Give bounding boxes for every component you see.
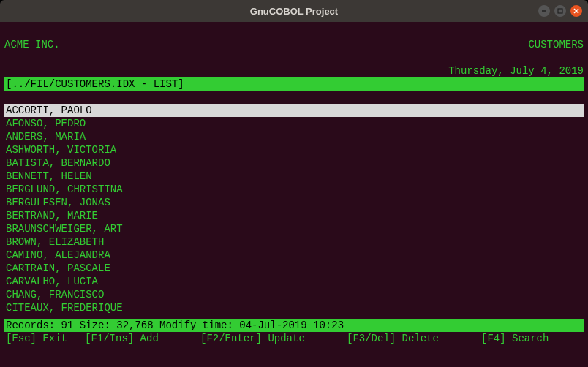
svg-rect-1	[558, 9, 562, 13]
list-item[interactable]: BRAUNSCHWEIGER, ART	[4, 222, 584, 235]
fn-f1-add[interactable]: [F1/Ins] Add	[85, 332, 200, 345]
list-item[interactable]: CARVALHO, LUCIA	[4, 275, 584, 288]
current-date: Thursday, July 4, 2019	[448, 64, 584, 77]
minimize-button[interactable]	[538, 5, 550, 17]
list-item[interactable]: AFONSO, PEDRO	[4, 117, 584, 130]
customer-list[interactable]: ACCORTI, PAOLOAFONSO, PEDROANDERS, MARIA…	[4, 104, 584, 314]
list-item[interactable]: CAMINO, ALEJANDRA	[4, 249, 584, 262]
list-item[interactable]: CHANG, FRANCISCO	[4, 288, 584, 301]
screen-name: CUSTOMERS	[528, 38, 584, 51]
list-item[interactable]: BERGLUND, CHRISTINA	[4, 183, 584, 196]
header-row: ACME INC. CUSTOMERS	[4, 38, 584, 51]
list-item[interactable]: CARTRAIN, PASCALE	[4, 262, 584, 275]
maximize-button[interactable]	[554, 5, 566, 17]
window-titlebar: GnuCOBOL Project	[0, 0, 588, 22]
list-item[interactable]: BROWN, ELIZABETH	[4, 235, 584, 249]
status-text: Records: 91 Size: 32,768 Modify time: 04…	[6, 319, 344, 331]
path-row: [../FIL/CUSTOMERS.IDX - LIST]	[4, 77, 584, 91]
list-item[interactable]: BERTRAND, MARIE	[4, 209, 584, 222]
list-item[interactable]: ANDERS, MARIA	[4, 130, 584, 143]
company-name: ACME INC.	[4, 38, 60, 51]
list-item[interactable]: BATISTA, BERNARDO	[4, 156, 584, 170]
date-row: Thursday, July 4, 2019	[4, 64, 584, 77]
window-title: GnuCOBOL Project	[250, 6, 338, 17]
fn-f4-search[interactable]: [F4] Search	[481, 332, 579, 345]
list-item[interactable]: BERGULFSEN, JONAS	[4, 196, 584, 209]
terminal-area: ACME INC. CUSTOMERS Thursday, July 4, 20…	[0, 22, 588, 367]
fn-f3-delete[interactable]: [F3/Del] Delete	[347, 332, 481, 345]
blank-row	[4, 25, 584, 38]
list-item[interactable]: CITEAUX, FREDERIQUE	[4, 301, 584, 314]
list-item[interactable]: BENNETT, HELEN	[4, 170, 584, 183]
window-controls	[538, 5, 582, 17]
fn-esc-exit[interactable]: [Esc] Exit	[6, 332, 85, 345]
list-item[interactable]: ASHWORTH, VICTORIA	[4, 143, 584, 156]
status-bar: Records: 91 Size: 32,768 Modify time: 04…	[4, 319, 584, 332]
fn-f2-update[interactable]: [F2/Enter] Update	[200, 332, 347, 345]
list-item[interactable]: ACCORTI, PAOLO	[4, 104, 584, 117]
file-path-label: [../FIL/CUSTOMERS.IDX - LIST]	[6, 77, 184, 91]
function-key-bar: [Esc] Exit [F1/Ins] Add [F2/Enter] Updat…	[4, 332, 584, 345]
close-button[interactable]	[570, 5, 582, 17]
